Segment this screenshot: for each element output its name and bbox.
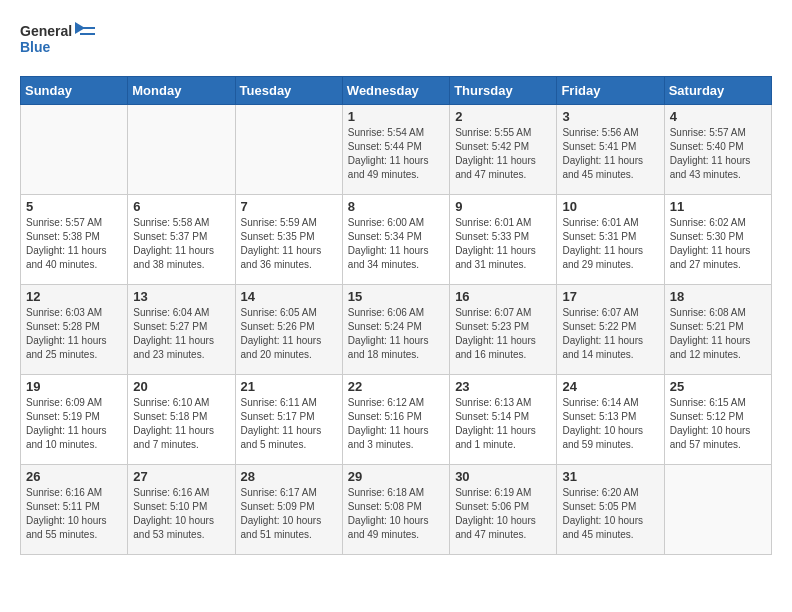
day-cell: 31Sunrise: 6:20 AM Sunset: 5:05 PM Dayli…: [557, 465, 664, 555]
week-row-4: 19Sunrise: 6:09 AM Sunset: 5:19 PM Dayli…: [21, 375, 772, 465]
day-number: 10: [562, 199, 658, 214]
day-cell: 19Sunrise: 6:09 AM Sunset: 5:19 PM Dayli…: [21, 375, 128, 465]
day-number: 1: [348, 109, 444, 124]
header-cell-monday: Monday: [128, 77, 235, 105]
day-cell: 23Sunrise: 6:13 AM Sunset: 5:14 PM Dayli…: [450, 375, 557, 465]
day-cell: 5Sunrise: 5:57 AM Sunset: 5:38 PM Daylig…: [21, 195, 128, 285]
day-info: Sunrise: 6:02 AM Sunset: 5:30 PM Dayligh…: [670, 216, 766, 272]
day-info: Sunrise: 6:00 AM Sunset: 5:34 PM Dayligh…: [348, 216, 444, 272]
week-row-1: 1Sunrise: 5:54 AM Sunset: 5:44 PM Daylig…: [21, 105, 772, 195]
day-cell: 18Sunrise: 6:08 AM Sunset: 5:21 PM Dayli…: [664, 285, 771, 375]
day-cell: 25Sunrise: 6:15 AM Sunset: 5:12 PM Dayli…: [664, 375, 771, 465]
day-number: 13: [133, 289, 229, 304]
day-number: 21: [241, 379, 337, 394]
day-info: Sunrise: 5:55 AM Sunset: 5:42 PM Dayligh…: [455, 126, 551, 182]
day-info: Sunrise: 5:54 AM Sunset: 5:44 PM Dayligh…: [348, 126, 444, 182]
header: GeneralBlue: [20, 20, 772, 60]
header-cell-wednesday: Wednesday: [342, 77, 449, 105]
day-cell: 15Sunrise: 6:06 AM Sunset: 5:24 PM Dayli…: [342, 285, 449, 375]
day-cell: 21Sunrise: 6:11 AM Sunset: 5:17 PM Dayli…: [235, 375, 342, 465]
day-number: 18: [670, 289, 766, 304]
day-cell: 7Sunrise: 5:59 AM Sunset: 5:35 PM Daylig…: [235, 195, 342, 285]
day-cell: 28Sunrise: 6:17 AM Sunset: 5:09 PM Dayli…: [235, 465, 342, 555]
header-row: SundayMondayTuesdayWednesdayThursdayFrid…: [21, 77, 772, 105]
day-info: Sunrise: 6:03 AM Sunset: 5:28 PM Dayligh…: [26, 306, 122, 362]
day-number: 24: [562, 379, 658, 394]
svg-text:Blue: Blue: [20, 39, 51, 55]
day-number: 22: [348, 379, 444, 394]
day-info: Sunrise: 6:05 AM Sunset: 5:26 PM Dayligh…: [241, 306, 337, 362]
header-cell-saturday: Saturday: [664, 77, 771, 105]
day-number: 7: [241, 199, 337, 214]
header-cell-friday: Friday: [557, 77, 664, 105]
day-number: 12: [26, 289, 122, 304]
day-cell: [21, 105, 128, 195]
day-info: Sunrise: 5:57 AM Sunset: 5:38 PM Dayligh…: [26, 216, 122, 272]
day-info: Sunrise: 5:59 AM Sunset: 5:35 PM Dayligh…: [241, 216, 337, 272]
day-cell: 4Sunrise: 5:57 AM Sunset: 5:40 PM Daylig…: [664, 105, 771, 195]
day-cell: 20Sunrise: 6:10 AM Sunset: 5:18 PM Dayli…: [128, 375, 235, 465]
day-number: 27: [133, 469, 229, 484]
day-cell: 2Sunrise: 5:55 AM Sunset: 5:42 PM Daylig…: [450, 105, 557, 195]
day-info: Sunrise: 6:11 AM Sunset: 5:17 PM Dayligh…: [241, 396, 337, 452]
day-number: 14: [241, 289, 337, 304]
day-cell: 26Sunrise: 6:16 AM Sunset: 5:11 PM Dayli…: [21, 465, 128, 555]
week-row-2: 5Sunrise: 5:57 AM Sunset: 5:38 PM Daylig…: [21, 195, 772, 285]
day-info: Sunrise: 6:12 AM Sunset: 5:16 PM Dayligh…: [348, 396, 444, 452]
day-number: 31: [562, 469, 658, 484]
day-info: Sunrise: 6:04 AM Sunset: 5:27 PM Dayligh…: [133, 306, 229, 362]
day-info: Sunrise: 6:16 AM Sunset: 5:10 PM Dayligh…: [133, 486, 229, 542]
day-cell: [664, 465, 771, 555]
day-number: 6: [133, 199, 229, 214]
day-info: Sunrise: 6:20 AM Sunset: 5:05 PM Dayligh…: [562, 486, 658, 542]
day-number: 30: [455, 469, 551, 484]
day-cell: 10Sunrise: 6:01 AM Sunset: 5:31 PM Dayli…: [557, 195, 664, 285]
week-row-5: 26Sunrise: 6:16 AM Sunset: 5:11 PM Dayli…: [21, 465, 772, 555]
day-number: 2: [455, 109, 551, 124]
day-cell: [128, 105, 235, 195]
day-number: 19: [26, 379, 122, 394]
day-info: Sunrise: 6:07 AM Sunset: 5:22 PM Dayligh…: [562, 306, 658, 362]
day-cell: 11Sunrise: 6:02 AM Sunset: 5:30 PM Dayli…: [664, 195, 771, 285]
day-cell: 1Sunrise: 5:54 AM Sunset: 5:44 PM Daylig…: [342, 105, 449, 195]
day-info: Sunrise: 6:16 AM Sunset: 5:11 PM Dayligh…: [26, 486, 122, 542]
day-cell: 12Sunrise: 6:03 AM Sunset: 5:28 PM Dayli…: [21, 285, 128, 375]
day-info: Sunrise: 6:01 AM Sunset: 5:31 PM Dayligh…: [562, 216, 658, 272]
day-number: 20: [133, 379, 229, 394]
day-number: 3: [562, 109, 658, 124]
day-number: 16: [455, 289, 551, 304]
day-number: 23: [455, 379, 551, 394]
logo-icon: GeneralBlue: [20, 20, 100, 60]
day-info: Sunrise: 5:56 AM Sunset: 5:41 PM Dayligh…: [562, 126, 658, 182]
day-cell: 30Sunrise: 6:19 AM Sunset: 5:06 PM Dayli…: [450, 465, 557, 555]
day-cell: 3Sunrise: 5:56 AM Sunset: 5:41 PM Daylig…: [557, 105, 664, 195]
day-number: 4: [670, 109, 766, 124]
day-number: 11: [670, 199, 766, 214]
day-info: Sunrise: 6:14 AM Sunset: 5:13 PM Dayligh…: [562, 396, 658, 452]
day-cell: 24Sunrise: 6:14 AM Sunset: 5:13 PM Dayli…: [557, 375, 664, 465]
week-row-3: 12Sunrise: 6:03 AM Sunset: 5:28 PM Dayli…: [21, 285, 772, 375]
day-cell: 22Sunrise: 6:12 AM Sunset: 5:16 PM Dayli…: [342, 375, 449, 465]
header-cell-tuesday: Tuesday: [235, 77, 342, 105]
day-number: 8: [348, 199, 444, 214]
logo: GeneralBlue: [20, 20, 100, 60]
day-number: 15: [348, 289, 444, 304]
day-cell: 6Sunrise: 5:58 AM Sunset: 5:37 PM Daylig…: [128, 195, 235, 285]
day-info: Sunrise: 6:01 AM Sunset: 5:33 PM Dayligh…: [455, 216, 551, 272]
day-number: 29: [348, 469, 444, 484]
day-cell: 29Sunrise: 6:18 AM Sunset: 5:08 PM Dayli…: [342, 465, 449, 555]
day-info: Sunrise: 6:15 AM Sunset: 5:12 PM Dayligh…: [670, 396, 766, 452]
day-number: 17: [562, 289, 658, 304]
day-info: Sunrise: 6:07 AM Sunset: 5:23 PM Dayligh…: [455, 306, 551, 362]
day-cell: 16Sunrise: 6:07 AM Sunset: 5:23 PM Dayli…: [450, 285, 557, 375]
day-cell: [235, 105, 342, 195]
day-number: 25: [670, 379, 766, 394]
day-info: Sunrise: 6:17 AM Sunset: 5:09 PM Dayligh…: [241, 486, 337, 542]
day-cell: 9Sunrise: 6:01 AM Sunset: 5:33 PM Daylig…: [450, 195, 557, 285]
header-cell-thursday: Thursday: [450, 77, 557, 105]
day-cell: 13Sunrise: 6:04 AM Sunset: 5:27 PM Dayli…: [128, 285, 235, 375]
day-info: Sunrise: 6:18 AM Sunset: 5:08 PM Dayligh…: [348, 486, 444, 542]
day-cell: 27Sunrise: 6:16 AM Sunset: 5:10 PM Dayli…: [128, 465, 235, 555]
calendar-table: SundayMondayTuesdayWednesdayThursdayFrid…: [20, 76, 772, 555]
day-info: Sunrise: 6:13 AM Sunset: 5:14 PM Dayligh…: [455, 396, 551, 452]
